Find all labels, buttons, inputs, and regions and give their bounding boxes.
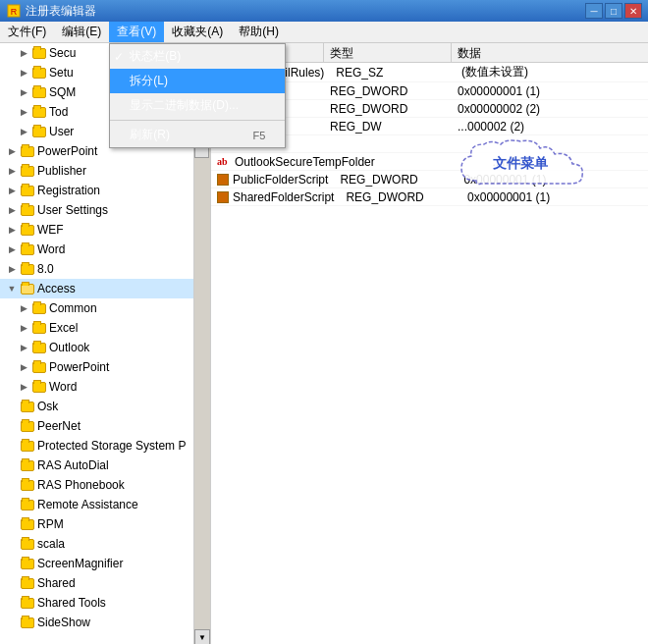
menu-view[interactable]: 查看(V) 状态栏(B) 拆分(L) 显示二进制数据(D)... 刷新(R) F… <box>109 22 164 42</box>
app-window: R 注册表编辑器 ─ □ ✕ 文件(F) 编辑(E) 查看(V) 状态栏(B) … <box>0 0 648 644</box>
tree-item-sharedtools[interactable]: ▶ Shared Tools <box>0 593 210 613</box>
menu-bar: 文件(F) 编辑(E) 查看(V) 状态栏(B) 拆分(L) 显示二进制数据(D… <box>0 22 648 43</box>
dropdown-split[interactable]: 拆分(L) <box>110 69 285 93</box>
folder-icon <box>31 320 47 336</box>
tree-item-access[interactable]: ▼ Access <box>0 279 210 298</box>
folder-icon <box>31 84 47 100</box>
col-header-data: 数据 <box>452 43 648 62</box>
tree-item-usersettings[interactable]: ▶ User Settings <box>0 200 210 220</box>
cell-data: 0x00000002 (2) <box>452 101 648 117</box>
tree-item-scala[interactable]: ▶ scala <box>0 534 210 554</box>
tree-item-wef[interactable]: ▶ WEF <box>0 220 210 240</box>
folder-icon <box>20 615 35 630</box>
folder-icon <box>20 438 35 454</box>
tree-item-ras-autodial[interactable]: ▶ RAS AutoDial <box>0 456 210 475</box>
cell-type: REG_DW <box>324 119 452 134</box>
folder-icon <box>31 300 47 316</box>
maximize-button[interactable]: □ <box>605 3 622 19</box>
expand-icon: ▶ <box>4 163 20 179</box>
public-label: PublicFolderScript <box>233 173 328 187</box>
scrollbar-down[interactable]: ▼ <box>194 629 210 644</box>
folder-icon <box>20 399 35 414</box>
cell-name: PublicFolderScript <box>211 172 334 188</box>
expand-icon: ▶ <box>4 183 20 198</box>
cell-data: 0x00000001 (1) <box>452 83 648 99</box>
cell-data: (数值未设置) <box>456 63 648 81</box>
expand-icon: ▶ <box>16 320 31 336</box>
tree-item-80[interactable]: ▶ 8.0 <box>0 259 210 279</box>
cell-name: ab OutlookSecureTempFolder <box>211 154 381 170</box>
expand-icon: ▶ <box>16 300 31 316</box>
reg-ab-icon: ab <box>217 156 231 167</box>
folder-icon <box>20 457 35 473</box>
folder-icon <box>31 359 47 375</box>
expand-icon: ▶ <box>4 143 20 159</box>
tree-item-peernet[interactable]: ▶ PeerNet <box>0 416 210 436</box>
close-button[interactable]: ✕ <box>624 3 642 19</box>
cell-type: REG_SZ <box>330 65 456 80</box>
cloud-annotation: 文件菜单 <box>457 136 628 195</box>
folder-icon <box>20 418 35 434</box>
tree-item-word-sub[interactable]: ▶ Word <box>0 377 210 397</box>
dropdown-refresh[interactable]: 刷新(R) F5 <box>110 123 285 147</box>
tree-item-publisher[interactable]: ▶ Publisher <box>0 161 210 181</box>
tree-item-word-top[interactable]: ▶ Word <box>0 240 210 259</box>
app-icon: R <box>6 3 22 19</box>
tree-item-osk[interactable]: ▶ Osk <box>0 397 210 416</box>
folder-icon <box>31 65 47 80</box>
tree-item-shared[interactable]: ▶ Shared <box>0 573 210 593</box>
tree-item-excel[interactable]: ▶ Excel <box>0 318 210 338</box>
cell-type <box>324 143 452 145</box>
cell-type: REG_DWORD <box>324 101 452 117</box>
expand-icon: ▶ <box>16 45 31 61</box>
tree-item-registration[interactable]: ▶ Registration <box>0 181 210 200</box>
tree-item-protected[interactable]: ▶ Protected Storage System P <box>0 436 210 456</box>
expand-icon: ▼ <box>4 281 20 296</box>
outlook-label: OutlookSecureTempFolder <box>235 155 375 169</box>
tree-item-rpm[interactable]: ▶ RPM <box>0 514 210 534</box>
folder-icon <box>20 261 35 277</box>
dropdown-binary[interactable]: 显示二进制数据(D)... <box>110 93 285 118</box>
folder-icon <box>31 45 47 61</box>
cell-type: REG_DWORD <box>340 189 461 205</box>
reg-dword-icon <box>217 174 229 186</box>
folder-icon <box>31 104 47 120</box>
window-title: 注册表编辑器 <box>26 3 585 20</box>
folder-icon <box>31 124 47 139</box>
view-dropdown: 状态栏(B) 拆分(L) 显示二进制数据(D)... 刷新(R) F5 <box>109 43 286 148</box>
expand-icon: ▶ <box>16 340 31 355</box>
cell-type: REG_DWORD <box>334 172 458 188</box>
cell-type: REG_DWORD <box>324 83 452 99</box>
menu-help[interactable]: 帮助(H) <box>231 22 287 42</box>
folder-icon <box>20 222 35 238</box>
expand-icon: ▶ <box>4 202 20 218</box>
tree-item-screenmag[interactable]: ▶ ScreenMagnifier <box>0 554 210 573</box>
tree-item-remote[interactable]: ▶ Remote Assistance <box>0 495 210 514</box>
folder-icon <box>20 516 35 532</box>
folder-icon <box>20 242 35 257</box>
expand-icon: ▶ <box>16 359 31 375</box>
menu-edit[interactable]: 编辑(E) <box>54 22 109 42</box>
tree-item-common[interactable]: ▶ Common <box>0 298 210 318</box>
folder-icon <box>20 183 35 198</box>
folder-icon <box>20 163 35 179</box>
svg-text:文件菜单: 文件菜单 <box>493 155 549 171</box>
folder-icon <box>20 202 35 218</box>
minimize-button[interactable]: ─ <box>585 3 603 19</box>
tree-item-outlook[interactable]: ▶ Outlook <box>0 338 210 357</box>
tree-item-sideshow[interactable]: ▶ SideShow <box>0 613 210 632</box>
folder-icon <box>20 281 35 296</box>
dropdown-statusbar[interactable]: 状态栏(B) <box>110 44 285 69</box>
expand-icon: ▶ <box>16 104 31 120</box>
menu-file[interactable]: 文件(F) <box>0 22 54 42</box>
menu-favorites[interactable]: 收藏夹(A) <box>164 22 231 42</box>
folder-icon <box>20 143 35 159</box>
tree-item-ras-phonebook[interactable]: ▶ RAS Phonebook <box>0 475 210 495</box>
folder-icon <box>20 556 35 571</box>
svg-text:R: R <box>11 7 18 17</box>
expand-icon: ▶ <box>4 242 20 257</box>
tree-item-powerpoint-sub[interactable]: ▶ PowerPoint <box>0 357 210 377</box>
expand-icon: ▶ <box>16 65 31 80</box>
cell-name: SharedFolderScript <box>211 189 340 205</box>
folder-icon <box>31 340 47 355</box>
